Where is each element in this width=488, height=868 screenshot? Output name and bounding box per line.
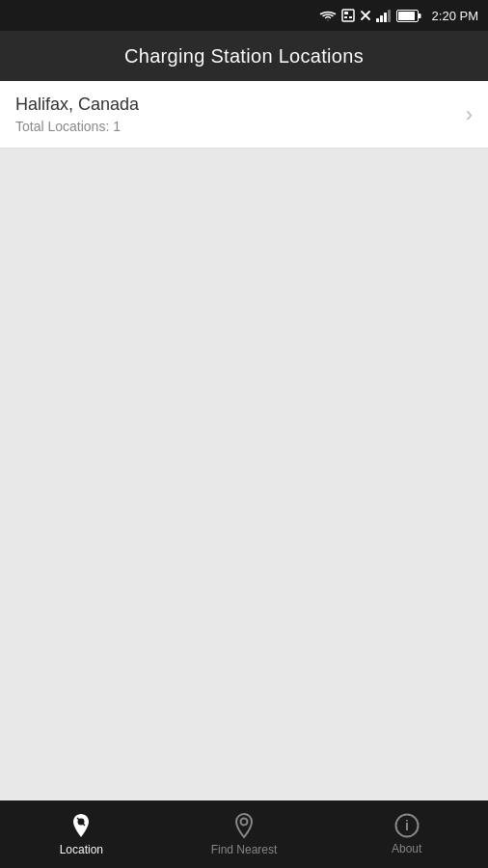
nav-label-about: About <box>392 842 421 855</box>
status-icons: 2:20 PM <box>319 9 478 23</box>
svg-rect-8 <box>384 13 387 22</box>
location-pin-icon <box>69 812 93 839</box>
nav-tab-find-nearest[interactable]: Find Nearest <box>163 800 326 868</box>
svg-rect-12 <box>398 12 415 20</box>
wifi-icon <box>319 9 337 22</box>
app-title: Charging Station Locations <box>124 45 364 68</box>
nav-tab-location[interactable]: Location <box>0 800 163 868</box>
svg-rect-3 <box>349 16 352 18</box>
chevron-right-icon: › <box>466 102 473 127</box>
svg-rect-7 <box>380 15 383 22</box>
map-area <box>0 149 488 800</box>
svg-rect-2 <box>344 16 347 18</box>
about-info-icon: i <box>394 813 420 838</box>
status-time: 2:20 PM <box>432 9 478 23</box>
nav-tab-about[interactable]: i About <box>325 800 488 868</box>
svg-rect-0 <box>342 10 354 21</box>
svg-rect-11 <box>418 14 420 18</box>
location-count: Total Locations: 1 <box>15 119 139 134</box>
svg-rect-6 <box>376 18 379 22</box>
nav-label-location: Location <box>60 843 103 856</box>
signal-bars-icon <box>376 9 392 22</box>
x-icon <box>360 10 371 21</box>
status-bar: 2:20 PM <box>0 0 488 31</box>
location-list-section: Halifax, Canada Total Locations: 1 › <box>0 81 488 149</box>
bottom-nav: Location Find Nearest i About <box>0 800 488 868</box>
location-list-item[interactable]: Halifax, Canada Total Locations: 1 › <box>0 81 488 149</box>
sim-icon <box>341 9 355 22</box>
svg-point-15 <box>241 819 248 826</box>
location-name: Halifax, Canada <box>15 95 139 115</box>
nav-label-find-nearest: Find Nearest <box>211 843 278 856</box>
svg-rect-1 <box>344 12 348 14</box>
battery-icon <box>396 10 421 22</box>
list-item-content: Halifax, Canada Total Locations: 1 <box>15 95 139 134</box>
svg-rect-9 <box>388 10 391 22</box>
find-nearest-icon <box>233 812 255 839</box>
app-header: Charging Station Locations <box>0 31 488 81</box>
svg-text:i: i <box>405 818 409 833</box>
